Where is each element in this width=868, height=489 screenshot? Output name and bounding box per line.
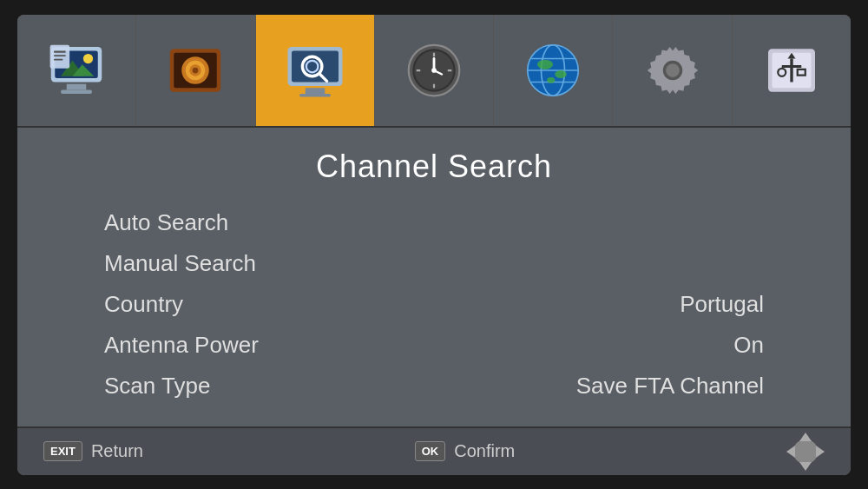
svg-point-44 [666, 63, 680, 77]
svg-rect-7 [50, 44, 70, 68]
nav-item-channel-search[interactable] [256, 15, 375, 126]
nav-item-photo[interactable] [136, 15, 255, 126]
svg-point-33 [431, 68, 437, 73]
antenna-power-label: Antenna Power [104, 332, 259, 359]
nav-item-settings[interactable] [613, 15, 732, 126]
menu-row-antenna-power[interactable]: Antenna Power On [104, 325, 764, 366]
svg-rect-18 [292, 50, 339, 82]
dpad-right-icon [816, 446, 825, 458]
usb-icon [760, 39, 823, 102]
globe-icon [522, 39, 584, 102]
nav-item-usb[interactable] [733, 15, 851, 126]
clock-icon [403, 39, 465, 102]
menu-row-auto-search[interactable]: Auto Search [104, 202, 764, 243]
tv-icon [45, 39, 108, 102]
menu-row-manual-search[interactable]: Manual Search [104, 243, 764, 284]
svg-point-6 [83, 53, 93, 63]
svg-rect-3 [61, 89, 92, 94]
ok-badge: OK [415, 441, 446, 461]
top-navigation [17, 15, 851, 128]
country-label: Country [104, 291, 183, 318]
antenna-power-value: On [733, 332, 764, 359]
photo-icon [164, 39, 227, 102]
svg-rect-19 [305, 88, 325, 94]
nav-item-tv[interactable] [17, 15, 136, 126]
exit-label: Return [91, 441, 143, 461]
svg-point-16 [193, 67, 199, 73]
dpad-icon [786, 433, 825, 471]
nav-item-clock[interactable] [375, 15, 494, 126]
auto-search-label: Auto Search [104, 209, 228, 236]
svg-point-40 [537, 59, 553, 69]
exit-control: EXIT Return [43, 441, 143, 461]
scan-type-label: Scan Type [104, 373, 210, 400]
dpad-down-icon [799, 462, 812, 471]
dpad-left-icon [786, 446, 795, 458]
page-title: Channel Search [17, 128, 851, 202]
dpad-control[interactable] [786, 433, 825, 471]
bottom-bar: EXIT Return OK Confirm [17, 426, 851, 475]
nav-item-globe[interactable] [494, 15, 613, 126]
menu-list: Auto Search Manual Search Country Portug… [17, 202, 851, 426]
svg-rect-2 [67, 83, 87, 89]
confirm-label: Confirm [454, 441, 515, 461]
svg-point-41 [556, 70, 568, 78]
scan-type-value: Save FTA Channel [576, 373, 764, 400]
screen: Channel Search Auto Search Manual Search… [17, 15, 851, 475]
confirm-control: OK Confirm [415, 441, 516, 461]
gear-icon [641, 39, 704, 102]
dpad-up-icon [799, 433, 812, 441]
country-value: Portugal [680, 291, 764, 318]
content-area: Channel Search Auto Search Manual Search… [17, 128, 851, 426]
menu-row-country[interactable]: Country Portugal [104, 284, 764, 325]
svg-rect-20 [299, 94, 331, 96]
manual-search-label: Manual Search [104, 250, 256, 277]
svg-point-42 [548, 76, 556, 83]
exit-badge: EXIT [43, 441, 82, 461]
channel-search-icon [284, 39, 346, 102]
menu-row-scan-type[interactable]: Scan Type Save FTA Channel [104, 366, 764, 406]
